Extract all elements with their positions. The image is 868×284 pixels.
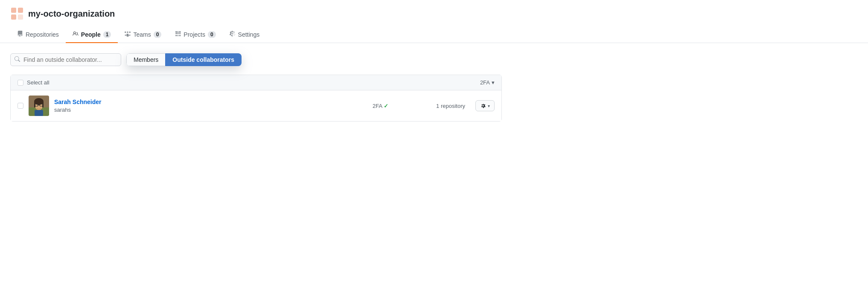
filter-row: Members Outside collaborators [10,53,502,66]
repo-icon [17,31,23,38]
user-login: sarahs [54,107,71,113]
search-input[interactable] [10,53,121,66]
settings-caret-icon: ▾ [488,104,490,108]
table-header-row: Select all 2FA ▾ [11,75,501,90]
tab-settings-label: Settings [238,31,260,38]
tfa-filter[interactable]: 2FA ▾ [480,79,495,86]
svg-rect-2 [11,14,16,20]
people-icon [73,31,79,38]
tab-people-count: 1 [103,31,111,38]
user-2fa-label: 2FA [373,103,382,109]
user-info: Sarah Schneider sarahs [54,99,337,113]
user-checkbox[interactable] [17,103,23,109]
tab-teams-label: Teams [133,31,151,38]
tab-projects-label: Projects [184,31,205,38]
tab-people-label: People [81,31,101,38]
tab-repositories-label: Repositories [26,31,59,38]
user-2fa: 2FA ✓ [337,103,388,109]
tfa-filter-label: 2FA [480,79,490,86]
people-table: Select all 2FA ▾ [10,75,502,122]
teams-icon [125,31,131,38]
tabs-list: Repositories People 1 Teams 0 [10,26,858,43]
filter-toggle-group: Members Outside collaborators [126,53,242,66]
user-repos-count: 1 repository [436,103,465,109]
tab-teams[interactable]: Teams 0 [118,26,168,43]
org-header: my-octo-organization Repositories People [0,0,868,43]
search-icon [15,56,20,63]
tab-people[interactable]: People 1 [66,26,118,43]
svg-rect-1 [18,8,23,13]
user-row-checkbox[interactable] [17,103,23,109]
members-toggle-button[interactable]: Members [126,53,165,66]
table-row: Sarah Schneider sarahs 2FA ✓ 1 repositor… [11,90,501,121]
tfa-filter-caret-icon: ▾ [492,79,495,86]
settings-icon [230,31,236,38]
gear-icon [480,103,486,109]
org-name: my-octo-organization [28,9,115,19]
projects-icon [175,31,181,38]
tab-teams-count: 0 [154,31,162,38]
select-all-checkbox[interactable] [17,80,23,86]
tab-projects-count: 0 [208,31,216,38]
tab-repositories[interactable]: Repositories [10,26,66,43]
svg-rect-0 [11,8,16,13]
tab-settings[interactable]: Settings [223,26,267,43]
tab-projects[interactable]: Projects 0 [168,26,222,43]
avatar-image [29,96,49,116]
svg-rect-13 [35,110,43,116]
select-all-text: Select all [27,79,50,86]
page-wrapper: my-octo-organization Repositories People [0,0,868,284]
user-name-link[interactable]: Sarah Schneider [54,99,337,105]
user-settings-button[interactable]: ▾ [475,100,495,111]
select-all-label[interactable]: Select all [17,79,480,86]
org-title-row: my-octo-organization [10,7,858,20]
main-content: Members Outside collaborators Select all… [0,43,512,132]
org-logo-icon [10,7,24,20]
user-repos: 1 repository [405,103,465,109]
user-avatar [29,96,49,116]
outside-collaborators-toggle-button[interactable]: Outside collaborators [165,53,242,66]
search-input-wrap [10,53,121,66]
user-2fa-checkmark: ✓ [384,103,388,109]
tabs-nav: Repositories People 1 Teams 0 [10,26,858,43]
svg-rect-3 [18,14,23,20]
